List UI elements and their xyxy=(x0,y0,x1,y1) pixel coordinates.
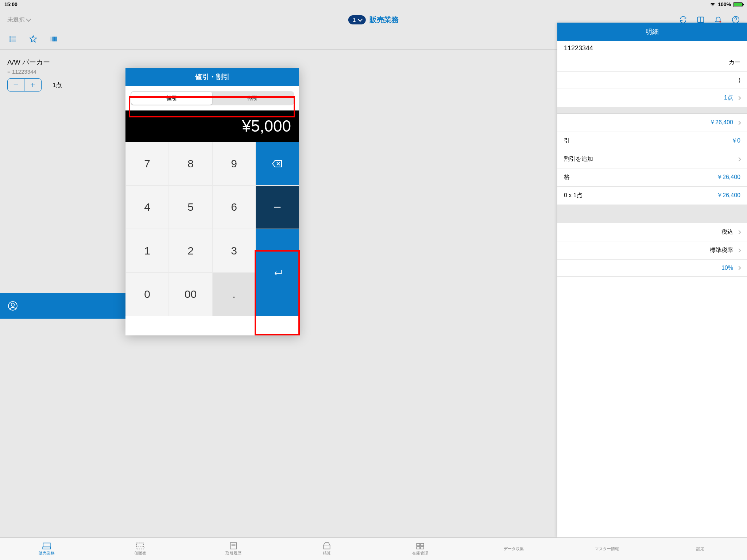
discount-modal: 値引・割引 値引 割引 ¥5,000 7 8 9 4 5 6 − 1 2 3 0… xyxy=(125,68,299,335)
svg-point-7 xyxy=(10,36,11,37)
qty-minus-button[interactable]: − xyxy=(8,79,24,91)
key-6[interactable]: 6 xyxy=(212,186,256,229)
store-selector-label: 未選択 xyxy=(7,16,25,24)
chevron-down-icon xyxy=(358,17,363,22)
status-time: 15:00 xyxy=(4,1,18,7)
discount-display: ¥5,000 xyxy=(125,110,299,142)
svg-point-19 xyxy=(11,303,15,306)
list-icon[interactable] xyxy=(9,35,17,43)
count-badge[interactable]: 1 xyxy=(348,15,366,24)
enter-icon xyxy=(272,268,283,277)
qty-label: 1点 xyxy=(53,81,62,89)
qty-plus-button[interactable]: + xyxy=(24,79,41,91)
key-9[interactable]: 9 xyxy=(212,142,256,186)
key-backspace[interactable] xyxy=(256,142,299,186)
avatar-icon xyxy=(8,301,18,311)
chevron-down-icon xyxy=(26,17,31,22)
key-4[interactable]: 4 xyxy=(125,186,169,229)
key-8[interactable]: 8 xyxy=(169,142,212,186)
discount-type-segment: 値引 割引 xyxy=(131,91,294,105)
svg-point-9 xyxy=(10,40,11,41)
toolbar xyxy=(0,28,467,50)
keypad: 7 8 9 4 5 6 − 1 2 3 0 00 . xyxy=(125,142,299,316)
key-2[interactable]: 2 xyxy=(169,229,212,273)
key-1[interactable]: 1 xyxy=(125,229,169,273)
store-selector[interactable]: 未選択 xyxy=(7,16,30,24)
item-name: A/W パーカー xyxy=(7,58,259,67)
key-minus[interactable]: − xyxy=(256,186,299,229)
count-badge-value: 1 xyxy=(353,17,356,23)
top-nav: 未選択 1 販売業務 xyxy=(0,12,467,28)
svg-point-8 xyxy=(10,39,11,39)
star-icon[interactable] xyxy=(29,35,37,43)
backspace-icon xyxy=(272,160,283,168)
key-7[interactable]: 7 xyxy=(125,142,169,186)
status-bar: 15:00 100% xyxy=(0,0,467,9)
barcode-icon[interactable] xyxy=(50,35,58,43)
quantity-stepper: − + xyxy=(7,78,42,92)
key-3[interactable]: 3 xyxy=(212,229,256,273)
key-5[interactable]: 5 xyxy=(169,186,212,229)
screen-title: 販売業務 xyxy=(369,15,399,25)
tab-amount-discount[interactable]: 値引 xyxy=(131,92,212,105)
key-00[interactable]: 00 xyxy=(169,273,212,316)
tab-percent-discount[interactable]: 割引 xyxy=(212,92,293,105)
key-0[interactable]: 0 xyxy=(125,273,169,316)
discount-modal-title: 値引・割引 xyxy=(125,68,299,86)
key-enter[interactable] xyxy=(256,229,299,316)
key-dot[interactable]: . xyxy=(212,273,256,316)
